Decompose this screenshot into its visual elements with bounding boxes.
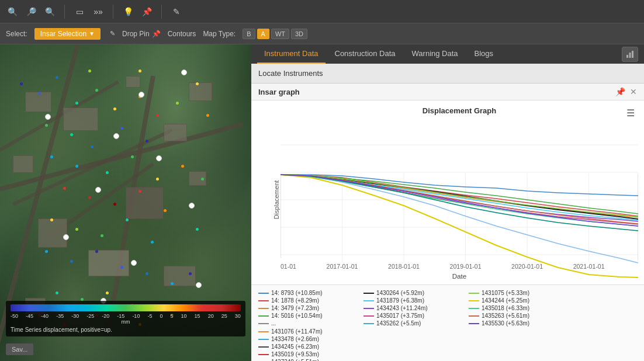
close-graph-button[interactable]: ✕ [630,87,637,96]
map-type-wt[interactable]: WT [271,29,289,39]
insar-graph-title: Insar graph [258,88,300,96]
right-panel: Instrument Data Construction Data Warnin… [251,44,644,361]
save-button[interactable]: Sav... [6,343,33,355]
legend-entry-10: 1435262 (+5.5m) [363,320,457,327]
separator-2 [113,5,113,19]
legend-label-11: 1431075 (+5.33m) [482,290,529,296]
legend-entry-9: 1435017 (+3.75m) [363,313,457,319]
forward-icon[interactable]: »» [92,5,105,18]
insar-graph-panel: Insar graph 📌 ✕ Displacement Graph ☰ Dis… [251,84,644,361]
legend-rows: 14: 8793 (+10.85m) 14: 1878 (+8.29m) 14:… [258,290,637,361]
select-label: Select: [6,30,27,38]
legend-line-16 [258,331,269,332]
legend-entry-6: 1430264 (+5.92m) [363,290,457,296]
legend-label-8: 1434243 (+11.24m) [376,305,428,311]
legend-entry-20: 1437340 (+5.51m) [258,359,352,361]
legend-scale-max: 30 [235,313,241,319]
search-icon[interactable]: 🔎 [25,5,37,18]
legend-col-3: 1431075 (+5.33m) 1434244 (+5.25m) 143501… [469,290,562,327]
legend-label-10: 1435262 (+5.5m) [376,320,421,327]
legend-entry-1: 14: 8793 (+10.85m) [258,290,352,296]
select-bar: Select: Insar Selection ▼ ✎ Drop Pin 📌 C… [0,23,644,44]
drop-pin-label: Drop Pin [122,30,150,38]
legend-scale-n15: -15 [117,313,124,319]
legend-entry-12: 1434244 (+5.25m) [469,297,562,304]
nav-tabs: Instrument Data Construction Data Warnin… [251,44,644,64]
legend-gradient [11,304,241,311]
legend-line-1 [258,293,269,294]
main-toolbar: 🔍 🔎 🔍 ▭ »» 💡 📌 ✎ [0,0,644,23]
legend-scale-20: 20 [208,313,214,319]
legend-line-17 [258,339,269,340]
layers-icon[interactable]: ▭ [73,5,86,18]
legend-line-9 [363,315,374,317]
svg-rect-1 [629,53,631,58]
legend-label-13: 1435018 (+6.33m) [482,305,529,311]
legend-entry-11: 1431075 (+5.33m) [469,290,562,296]
legend-entry-7: 1431879 (+6.38m) [363,297,457,304]
map-type-3d[interactable]: 3D [291,29,307,39]
legend-scale-n5: -5 [147,313,152,319]
bar-chart-svg [626,50,634,58]
legend-label-2: 14: 1878 (+8.29m) [271,297,319,304]
pencil-small-icon: ✎ [110,30,115,37]
chart-menu-icon[interactable]: ☰ [626,107,635,119]
insar-graph-title-bar: Insar graph 📌 ✕ [251,84,644,100]
legend-scale-n45: -45 [26,313,33,319]
svg-text:2017-01-01: 2017-01-01 [327,263,358,270]
lightbulb-icon[interactable]: 💡 [122,5,134,18]
pin-small-icon: 📌 [152,30,161,38]
svg-text:2019-01-01: 2019-01-01 [450,263,482,270]
legend-line-3 [258,308,269,309]
svg-text:2020-01-01: 2020-01-01 [511,263,543,270]
legend-scale-n20: -20 [102,313,109,319]
legend-line-6 [363,293,374,294]
insar-selection-label: Insar Selection [40,30,86,38]
svg-text:2016-01-01: 2016-01-01 [281,263,296,270]
legend-entry-4: 14: 5016 (+10.54m) [258,313,352,319]
legend-scale-n35: -35 [56,313,64,319]
chart-title: Displacement Graph [281,106,638,115]
legend-label-15: 1435530 (+5.63m) [482,320,529,327]
map-type-options: B A WT 3D [243,29,307,39]
pin-graph-button[interactable]: 📌 [615,87,625,96]
legend-scale-10: 10 [181,313,187,319]
legend-label-6: 1430264 (+5.92m) [376,290,424,296]
separator-3 [161,5,162,19]
legend-line-13 [469,308,479,309]
legend-label-18: 1434245 (+6.23m) [271,343,319,350]
legend-line-7 [363,300,374,301]
zoom-in-icon[interactable]: 🔍 [43,5,56,18]
drop-pin-button[interactable]: Drop Pin 📌 [122,30,161,38]
legend-entry-15: 1435530 (+5.63m) [469,320,562,327]
legend-scale-25: 25 [221,313,227,319]
legend-entry-18: 1434245 (+6.23m) [258,343,352,350]
tab-warning-data[interactable]: Warning Data [405,44,465,64]
map-type-a[interactable]: A [257,29,269,39]
tab-construction-data[interactable]: Construction Data [328,44,403,64]
map-type-b[interactable]: B [243,29,255,39]
y-axis-label: Displacement [273,180,280,220]
tab-instrument-data[interactable]: Instrument Data [257,44,326,64]
chart-legend: 14: 8793 (+10.85m) 14: 1878 (+8.29m) 14:… [251,284,644,361]
graph-title-actions: 📌 ✕ [615,87,637,96]
pencil-icon[interactable]: ✎ [170,5,183,18]
insar-selection-button[interactable]: Insar Selection ▼ [34,28,101,40]
legend-line-5 [258,323,269,324]
pin-icon[interactable]: 📌 [140,5,153,18]
legend-entry-3: 14: 3479 (+7.23m) [258,305,352,311]
legend-line-4 [258,315,269,317]
map-legend: -50 -45 -40 -35 -30 -25 -20 -15 -10 -5 0… [6,301,245,336]
legend-line-12 [469,300,479,301]
chart-icon[interactable] [622,47,638,62]
legend-label-1: 14: 8793 (+10.85m) [271,290,323,296]
legend-col-4: 1431076 (+11.47m) 1433478 (+2.66m) 14342… [258,328,352,361]
svg-rect-0 [626,55,628,58]
legend-scale: -50 -45 -40 -35 -30 -25 -20 -15 -10 -5 0… [11,313,241,319]
locate-instruments-link[interactable]: Locate Instruments [258,67,637,79]
legend-title: Time Series displacement, positive=up. [11,327,241,333]
map-area[interactable]: -50 -45 -40 -35 -30 -25 -20 -15 -10 -5 0… [0,44,251,361]
zoom-out-icon[interactable]: 🔍 [6,5,19,18]
tab-blogs[interactable]: Blogs [468,44,501,64]
legend-line-15 [469,323,479,324]
